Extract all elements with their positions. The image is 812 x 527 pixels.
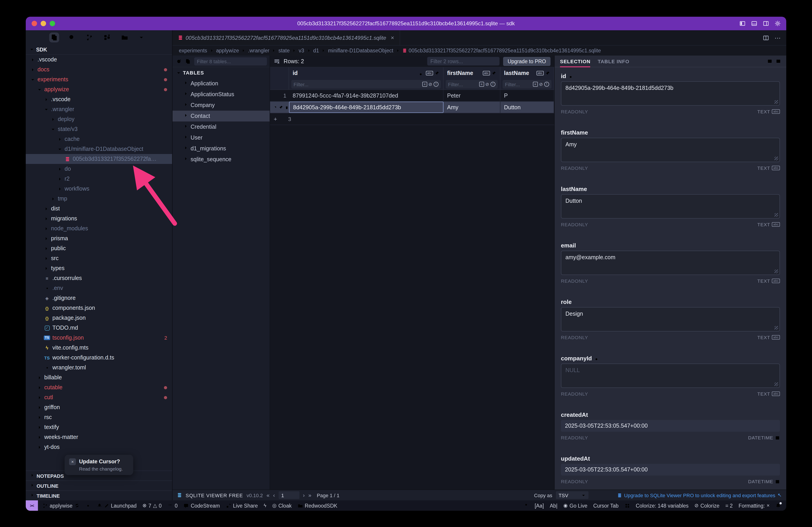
status-item-redwoodsdk[interactable]: RedwoodSDK: [298, 503, 337, 508]
chevron-down-icon[interactable]: [137, 33, 145, 42]
tree-item-folder[interactable]: tmp: [26, 194, 172, 204]
open-row-icon[interactable]: [273, 105, 277, 109]
tree-item-file[interactable]: {}components.json: [26, 303, 172, 313]
field-value[interactable]: 2025-03-05T22:53:05.547+00:00: [561, 464, 780, 475]
status-item-formatting[interactable]: Formatting:×: [739, 503, 770, 508]
split-editor-icon[interactable]: [763, 34, 769, 41]
tree-item-folder[interactable]: applywize: [26, 85, 172, 94]
source-control-icon[interactable]: [85, 32, 95, 42]
breadcrumb-item[interactable]: experiments: [179, 48, 207, 53]
tree-item-folder[interactable]: do: [26, 164, 172, 174]
tree-item-file[interactable]: ≡.cursorrules: [26, 273, 172, 283]
tree-item-folder[interactable]: experiments: [26, 74, 172, 85]
workspace-section-header[interactable]: SDK: [26, 45, 172, 55]
status-item-colorize[interactable]: ⊘Colorize: [694, 503, 720, 508]
table-item-applicationstatus[interactable]: ApplicationStatus: [173, 89, 270, 100]
zoom-window-button[interactable]: [50, 21, 55, 26]
tree-item-folder[interactable]: migrations: [26, 214, 172, 223]
close-icon[interactable]: ×: [69, 458, 76, 465]
field-value[interactable]: NULL: [561, 364, 780, 388]
table-item-d1_migrations[interactable]: d1_migrations: [173, 143, 270, 154]
status-item-go-live[interactable]: ◉Go Live: [563, 503, 588, 508]
tree-item-folder[interactable]: prisma: [26, 233, 172, 244]
editor-tab[interactable]: 005cb3d3133217f352562272facf516778925ea1…: [173, 30, 400, 45]
status-item-ports[interactable]: 0: [168, 503, 178, 508]
table-item-user[interactable]: User: [173, 132, 270, 143]
table-item-sqlite_sequence[interactable]: sqlite_sequence: [173, 154, 270, 165]
copy-format-select[interactable]: TSV: [556, 491, 589, 499]
status-item-spaces[interactable]: = 2: [725, 503, 733, 508]
table-item-credential[interactable]: Credential: [173, 121, 270, 132]
tree-item-folder[interactable]: r2: [26, 174, 172, 184]
field-value[interactable]: Design: [561, 307, 780, 332]
field-value[interactable]: 2025-03-05T22:53:05.547+00:00: [561, 420, 780, 432]
tree-item-folder[interactable]: weeks-matter: [26, 432, 172, 442]
table-item-application[interactable]: Application: [173, 78, 270, 89]
tree-item-folder[interactable]: cutl: [26, 392, 172, 402]
breadcrumb-item[interactable]: 005cb3d3133217f352562272facf516778925ea1…: [402, 48, 601, 53]
tree-item-file[interactable]: ✓TODO.md: [26, 323, 172, 333]
tree-item-folder[interactable]: src: [26, 253, 172, 263]
status-item-live-share[interactable]: Live Share: [226, 503, 258, 508]
sidebar-section-outline[interactable]: OUTLINE: [26, 481, 172, 491]
table-item-company[interactable]: Company: [173, 100, 270, 111]
filter-not-icon[interactable]: ⊘: [539, 82, 543, 87]
explorer-icon[interactable]: [49, 32, 59, 42]
filter-null-icon[interactable]: !: [434, 82, 438, 87]
pin-column-icon[interactable]: [491, 71, 496, 76]
folder-icon[interactable]: [120, 32, 130, 42]
cell-lastName[interactable]: P: [501, 90, 554, 101]
tree-item-folder[interactable]: .vscode: [26, 94, 172, 104]
status-item-launchpad[interactable]: Launchpad: [97, 503, 136, 508]
filter-equals-icon[interactable]: ≡: [479, 82, 484, 87]
pin-column-icon[interactable]: [434, 71, 439, 76]
tree-item-folder[interactable]: d1/miniflare-D1DatabaseObject: [26, 144, 172, 154]
tree-item-folder[interactable]: griffon: [26, 402, 172, 412]
tree-item-folder[interactable]: cutable: [26, 382, 172, 392]
status-item-notifications[interactable]: [775, 503, 781, 508]
table-row[interactable]: 8d42905a-299b-464e-849b-2181d5dd273bAmyD…: [270, 102, 554, 113]
status-item-source-control-graph[interactable]: [85, 503, 90, 508]
breadcrumb-item[interactable]: d1: [313, 48, 319, 53]
tree-item-file[interactable]: ϟvite.config.mts: [26, 343, 172, 353]
column-filter-firstName[interactable]: Filter... ≡ ⊘ !: [444, 79, 501, 89]
page-number-input[interactable]: [279, 491, 300, 499]
status-item-lightning[interactable]: ϟ: [264, 503, 266, 508]
settings-gear-icon[interactable]: [774, 20, 781, 27]
close-window-button[interactable]: [32, 21, 37, 26]
upgrade-pro-link[interactable]: Upgrade to SQLite Viewer PRO to unlock e…: [617, 492, 782, 498]
filter-null-icon[interactable]: !: [491, 82, 495, 87]
refresh-icon[interactable]: [176, 58, 182, 64]
field-value[interactable]: Amy: [561, 138, 780, 162]
more-actions-icon[interactable]: ⋯: [774, 34, 781, 41]
toggle-panel-icon[interactable]: [751, 20, 757, 27]
tree-item-folder[interactable]: .vscode: [26, 55, 172, 64]
column-filter-id[interactable]: Filter... ≡ ⊘ !: [289, 79, 444, 89]
status-item-problems[interactable]: ⊗7△0: [143, 503, 162, 508]
breadcrumb-item[interactable]: state: [278, 48, 290, 53]
tree-item-file[interactable]: .env: [26, 283, 172, 293]
status-item-cursor-tab[interactable]: Cursor Tab: [593, 503, 619, 508]
field-value[interactable]: amy@example.com: [561, 251, 780, 275]
remote-indicator[interactable]: ><: [26, 500, 38, 511]
column-filter-lastName[interactable]: Filter... ≡ ⊘ !: [501, 79, 554, 89]
delete-row-icon[interactable]: [285, 105, 289, 109]
close-tab-icon[interactable]: ×: [391, 34, 394, 41]
sidebar-section-timeline[interactable]: TIMELINE: [26, 491, 172, 500]
tree-item-folder[interactable]: node_modules: [26, 223, 172, 233]
status-item-match-case[interactable]: [Aa]: [535, 503, 544, 508]
filter-null-icon[interactable]: !: [544, 82, 549, 87]
breadcrumb-item[interactable]: applywize: [216, 48, 239, 53]
tab-selection[interactable]: SELECTION: [560, 56, 591, 67]
status-item-whole-word[interactable]: Ab|: [550, 503, 557, 508]
last-page-icon[interactable]: »: [308, 492, 311, 498]
filter-equals-icon[interactable]: ≡: [533, 82, 538, 87]
filter-not-icon[interactable]: ⊘: [429, 82, 432, 87]
status-item-codestream[interactable]: CodeStream: [184, 503, 220, 508]
toggle-sidebar-left-icon[interactable]: [739, 20, 745, 27]
tree-item-folder[interactable]: docs: [26, 64, 172, 74]
next-page-icon[interactable]: ›: [303, 492, 305, 498]
tree-item-folder[interactable]: deploy: [26, 114, 172, 124]
first-page-icon[interactable]: «: [266, 492, 270, 498]
status-item-colorize-variables[interactable]: Colorize: 148 variables: [636, 503, 688, 508]
